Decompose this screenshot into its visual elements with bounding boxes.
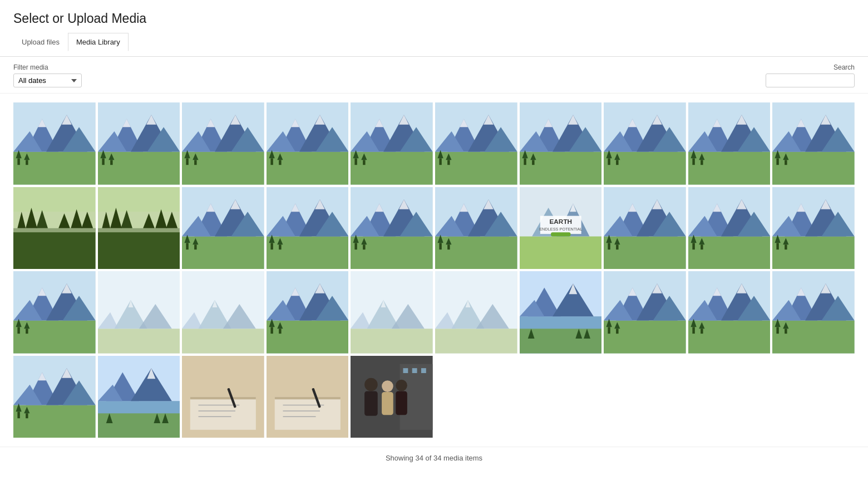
svg-rect-194 [551, 232, 570, 236]
svg-rect-158 [270, 243, 273, 249]
modal-header: Select or Upload Media Upload files Medi… [0, 0, 868, 57]
svg-point-368 [382, 380, 393, 392]
svg-rect-321 [777, 327, 779, 334]
media-item[interactable] [13, 271, 96, 354]
svg-rect-309 [692, 327, 694, 334]
media-item[interactable] [688, 102, 771, 185]
svg-rect-297 [608, 327, 610, 334]
svg-rect-121 [13, 228, 96, 269]
tab-media-library[interactable]: Media Library [68, 33, 129, 51]
media-item[interactable] [604, 271, 686, 354]
svg-rect-371 [396, 391, 408, 415]
media-item[interactable] [182, 271, 264, 354]
status-text: Showing 34 of 34 media items [386, 454, 482, 462]
svg-rect-369 [382, 392, 393, 415]
media-item[interactable] [182, 102, 264, 185]
tab-bar: Upload files Media Library [13, 33, 855, 51]
svg-rect-239 [17, 327, 19, 334]
media-item[interactable] [267, 271, 349, 354]
svg-rect-367 [364, 391, 378, 415]
media-grid: EARTH ENDLESS POTENTIAL [0, 94, 868, 447]
svg-rect-229 [785, 244, 787, 249]
tab-upload[interactable]: Upload files [13, 33, 68, 51]
svg-point-366 [364, 378, 378, 391]
media-item[interactable] [182, 356, 264, 438]
svg-rect-356 [275, 397, 341, 399]
svg-rect-364 [412, 368, 417, 373]
media-item[interactable] [435, 271, 517, 354]
media-item[interactable] [435, 102, 517, 185]
svg-rect-335 [26, 413, 28, 418]
media-item[interactable] [772, 102, 855, 185]
media-item[interactable] [98, 356, 180, 438]
svg-rect-131 [98, 212, 180, 232]
svg-rect-22 [110, 160, 112, 165]
media-item[interactable] [520, 271, 602, 354]
media-item[interactable] [267, 102, 349, 185]
svg-rect-68 [439, 158, 441, 165]
svg-rect-130 [98, 228, 180, 269]
modal-title: Select or Upload Media [13, 11, 855, 26]
filter-label: Filter media [13, 63, 82, 71]
svg-rect-349 [190, 397, 256, 399]
svg-rect-323 [785, 329, 787, 334]
svg-rect-311 [701, 329, 703, 334]
filter-section: Filter media All dates January 2024 Febr… [13, 63, 82, 87]
modal-container: Select or Upload Media Upload files Medi… [0, 0, 868, 469]
svg-rect-148 [194, 244, 196, 249]
svg-rect-182 [439, 243, 441, 249]
media-item[interactable] [98, 187, 180, 270]
svg-rect-250 [182, 329, 264, 354]
svg-rect-333 [17, 412, 19, 418]
svg-rect-274 [435, 329, 517, 354]
media-item[interactable] [351, 271, 433, 354]
status-bar: Showing 34 of 34 media items [0, 447, 868, 469]
svg-rect-268 [351, 329, 433, 354]
media-item[interactable] [604, 187, 686, 270]
media-item[interactable] [13, 102, 96, 185]
media-item[interactable] [267, 356, 349, 438]
svg-rect-160 [279, 244, 281, 249]
svg-rect-70 [447, 160, 450, 165]
media-item[interactable] [688, 271, 771, 354]
svg-rect-82 [532, 160, 534, 165]
svg-rect-118 [785, 160, 787, 165]
svg-rect-80 [524, 158, 526, 165]
svg-rect-355 [275, 397, 341, 430]
media-item[interactable] [182, 187, 264, 270]
media-item[interactable] [604, 102, 686, 185]
media-item[interactable] [13, 187, 96, 270]
svg-rect-92 [608, 158, 610, 165]
search-input[interactable] [766, 74, 855, 87]
svg-rect-56 [355, 158, 357, 165]
media-item[interactable] [13, 356, 96, 438]
media-item[interactable] [688, 187, 771, 270]
media-item[interactable] [520, 102, 602, 185]
media-item[interactable] [98, 102, 180, 185]
media-item[interactable] [772, 271, 855, 354]
svg-rect-46 [279, 160, 281, 165]
svg-rect-122 [13, 212, 96, 232]
media-item[interactable] [351, 356, 433, 438]
svg-rect-116 [777, 158, 779, 165]
svg-rect-170 [355, 243, 357, 249]
svg-rect-365 [421, 368, 426, 373]
media-item[interactable] [351, 102, 433, 185]
svg-rect-205 [616, 244, 618, 249]
svg-rect-187 [520, 236, 602, 269]
svg-rect-32 [186, 158, 189, 165]
media-item[interactable] [267, 187, 349, 270]
svg-rect-299 [616, 329, 618, 334]
media-item[interactable]: EARTH ENDLESS POTENTIAL [520, 187, 602, 270]
search-label: Search [766, 63, 855, 71]
search-section: Search [766, 63, 855, 87]
media-item[interactable] [351, 187, 433, 270]
filter-dates-select[interactable]: All dates January 2024 February 2024 Mar… [13, 74, 82, 87]
media-item[interactable] [98, 271, 180, 354]
svg-rect-8 [17, 158, 19, 165]
media-item[interactable] [435, 187, 517, 270]
media-item[interactable] [772, 187, 855, 270]
svg-rect-203 [608, 243, 610, 249]
svg-rect-58 [363, 160, 366, 165]
svg-rect-217 [701, 244, 703, 249]
